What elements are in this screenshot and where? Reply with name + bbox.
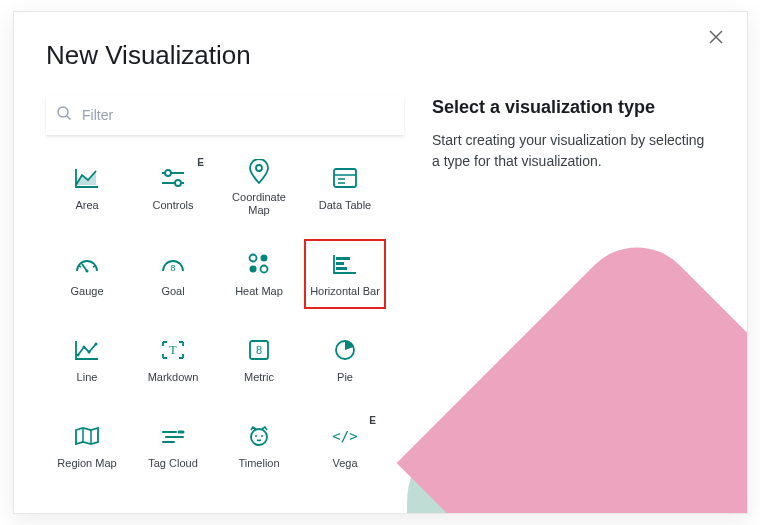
svg-rect-11 xyxy=(336,257,350,260)
viz-grid-scroll[interactable]: AreaEControlsCoordinate MapData TableGau… xyxy=(46,153,404,481)
viz-label: Metric xyxy=(244,371,274,384)
viz-label: Controls xyxy=(153,199,194,212)
viz-label: Area xyxy=(75,199,98,212)
viz-item-vega[interactable]: E</>Vega xyxy=(304,411,386,481)
gauge-icon xyxy=(74,249,100,279)
right-body: Start creating your visualization by sel… xyxy=(432,130,715,172)
svg-point-23 xyxy=(255,435,257,437)
viz-item-tag-cloud[interactable]: Tag Cloud xyxy=(132,411,214,481)
filter-input[interactable] xyxy=(46,95,404,135)
svg-point-16 xyxy=(88,351,91,354)
viz-label: Timelion xyxy=(238,457,279,470)
svg-point-2 xyxy=(175,180,181,186)
pie-icon xyxy=(333,335,357,365)
right-panel: Select a visualization type Start creati… xyxy=(432,95,715,481)
new-visualization-modal: New Visualization AreaEControlsCoordinat… xyxy=(13,11,748,514)
viz-label: Pie xyxy=(337,371,353,384)
viz-item-region-map[interactable]: Region Map xyxy=(46,411,128,481)
left-panel: AreaEControlsCoordinate MapData TableGau… xyxy=(46,95,404,481)
viz-badge: E xyxy=(197,157,204,168)
metric-icon: 8 xyxy=(248,335,270,365)
viz-label: Region Map xyxy=(57,457,116,470)
svg-text:8: 8 xyxy=(256,344,262,356)
svg-point-8 xyxy=(261,255,268,262)
viz-label: Vega xyxy=(332,457,357,470)
controls-icon xyxy=(160,163,186,193)
viz-item-markdown[interactable]: TMarkdown xyxy=(132,325,214,395)
goal-icon: 8 xyxy=(160,249,186,279)
viz-item-goal[interactable]: 8Goal xyxy=(132,239,214,309)
svg-text:</>: </> xyxy=(332,428,357,444)
svg-point-9 xyxy=(250,266,257,273)
svg-point-22 xyxy=(251,429,267,445)
svg-point-0 xyxy=(58,107,68,117)
svg-point-10 xyxy=(261,266,268,273)
viz-label: Goal xyxy=(161,285,184,298)
line-icon xyxy=(74,335,100,365)
viz-label: Heat Map xyxy=(235,285,283,298)
tag-cloud-icon xyxy=(160,421,186,451)
viz-item-pie[interactable]: Pie xyxy=(304,325,386,395)
viz-grid: AreaEControlsCoordinate MapData TableGau… xyxy=(46,153,398,481)
search-icon xyxy=(56,105,72,125)
viz-item-gauge[interactable]: Gauge xyxy=(46,239,128,309)
heat-map-icon xyxy=(247,249,271,279)
markdown-icon: T xyxy=(160,335,186,365)
viz-item-area[interactable]: Area xyxy=(46,153,128,223)
filter-wrap xyxy=(46,95,404,135)
svg-point-1 xyxy=(165,170,171,176)
svg-point-24 xyxy=(261,435,263,437)
right-heading: Select a visualization type xyxy=(432,97,715,118)
viz-item-coordinate-map[interactable]: Coordinate Map xyxy=(218,153,300,223)
viz-label: Line xyxy=(77,371,98,384)
viz-label: Tag Cloud xyxy=(148,457,198,470)
svg-text:8: 8 xyxy=(170,263,175,273)
viz-label: Coordinate Map xyxy=(222,191,296,217)
viz-item-horizontal-bar[interactable]: Horizontal Bar xyxy=(304,239,386,309)
viz-item-line[interactable]: Line xyxy=(46,325,128,395)
svg-point-7 xyxy=(250,255,257,262)
viz-item-data-table[interactable]: Data Table xyxy=(304,153,386,223)
viz-item-heat-map[interactable]: Heat Map xyxy=(218,239,300,309)
viz-item-controls[interactable]: EControls xyxy=(132,153,214,223)
svg-rect-13 xyxy=(336,267,347,270)
viz-label: Markdown xyxy=(148,371,199,384)
svg-point-3 xyxy=(256,165,262,171)
viz-item-timelion[interactable]: Timelion xyxy=(218,411,300,481)
vega-icon: </> xyxy=(330,421,360,451)
viz-badge: E xyxy=(369,415,376,426)
coordinate-map-icon xyxy=(248,159,270,185)
svg-rect-4 xyxy=(334,169,356,187)
svg-point-14 xyxy=(77,354,80,357)
area-icon xyxy=(74,163,100,193)
data-table-icon xyxy=(332,163,358,193)
svg-point-17 xyxy=(95,343,98,346)
viz-label: Horizontal Bar xyxy=(310,285,380,298)
viz-item-metric[interactable]: 8Metric xyxy=(218,325,300,395)
modal-title: New Visualization xyxy=(46,40,715,71)
timelion-icon xyxy=(247,421,271,451)
region-map-icon xyxy=(74,421,100,451)
svg-rect-12 xyxy=(336,262,344,265)
viz-label: Gauge xyxy=(70,285,103,298)
svg-point-15 xyxy=(83,346,86,349)
viz-label: Data Table xyxy=(319,199,371,212)
horizontal-bar-icon xyxy=(332,249,358,279)
svg-point-5 xyxy=(86,270,89,273)
svg-text:T: T xyxy=(169,343,177,357)
